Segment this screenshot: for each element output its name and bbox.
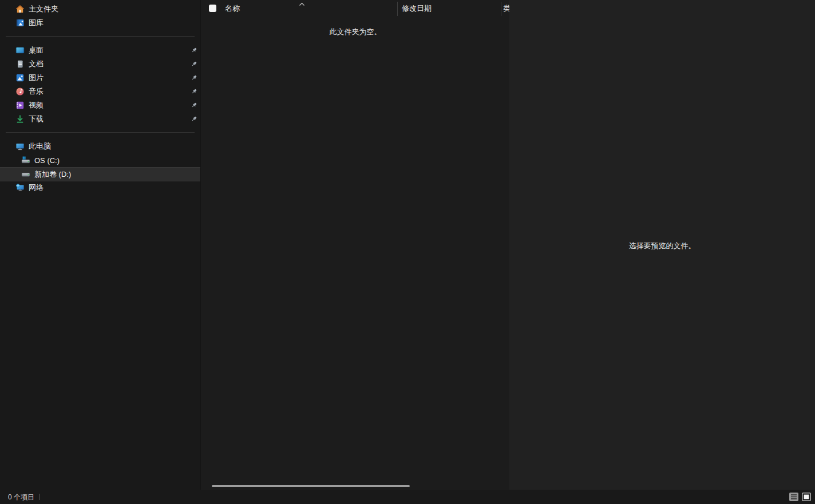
pin-icon xyxy=(191,74,197,81)
gallery-icon xyxy=(15,18,25,27)
sidebar-item-home[interactable]: 主文件夹 xyxy=(0,2,200,16)
details-view-icon xyxy=(789,492,800,502)
column-headers: 名称 修改日期 类 xyxy=(201,0,509,16)
items-count: 0 个项目 xyxy=(8,493,34,502)
sidebar-item-label: 音乐 xyxy=(29,86,43,97)
music-icon xyxy=(15,87,25,96)
sidebar-divider xyxy=(6,36,195,37)
sort-ascending-icon xyxy=(299,0,305,3)
status-bar: 0 个项目 xyxy=(0,490,815,504)
view-toggle-group xyxy=(788,491,812,502)
sidebar-item-label: 主文件夹 xyxy=(29,4,58,14)
sidebar-item-music[interactable]: 音乐 xyxy=(0,85,200,98)
thumbnail-view-button[interactable] xyxy=(801,491,812,502)
pictures-icon xyxy=(15,73,25,82)
videos-icon xyxy=(15,101,25,110)
thumbnail-view-icon xyxy=(801,492,812,502)
desktop-icon xyxy=(15,46,25,55)
sidebar-item-label: 新加卷 (D:) xyxy=(34,169,71,180)
column-header-type[interactable]: 类 xyxy=(503,3,509,14)
select-all-checkbox[interactable] xyxy=(209,5,216,12)
pin-icon xyxy=(191,61,197,68)
preview-pane: 选择要预览的文件。 xyxy=(509,0,815,490)
os-drive-icon xyxy=(21,156,30,165)
drive-icon xyxy=(21,170,30,179)
column-separator[interactable] xyxy=(501,2,501,16)
sidebar-item-label: 视频 xyxy=(29,100,43,110)
sidebar-item-label: 此电脑 xyxy=(29,141,51,152)
status-bar-divider xyxy=(39,494,39,500)
sidebar-item-this-pc[interactable]: 此电脑 xyxy=(0,140,200,153)
details-view-button[interactable] xyxy=(788,491,800,502)
sidebar-item-desktop[interactable]: 桌面 xyxy=(0,43,200,57)
file-explorer-window: 主文件夹 图库 桌面 文档 xyxy=(0,0,815,504)
sidebar-item-new-volume-d[interactable]: 新加卷 (D:) xyxy=(0,167,200,181)
sidebar-item-downloads[interactable]: 下载 xyxy=(0,112,200,126)
pin-icon xyxy=(191,102,197,109)
sidebar-item-network[interactable]: 网络 xyxy=(0,181,200,195)
network-icon xyxy=(15,183,25,192)
sidebar-item-label: 图库 xyxy=(29,18,43,28)
this-pc-icon xyxy=(15,142,25,151)
documents-icon xyxy=(15,59,25,69)
sidebar: 主文件夹 图库 桌面 文档 xyxy=(0,0,201,490)
file-list-pane: 名称 修改日期 类 此文件夹为空。 xyxy=(201,0,509,490)
pin-icon xyxy=(191,88,197,95)
sidebar-item-label: 图片 xyxy=(29,73,43,83)
pin-icon xyxy=(191,116,197,122)
horizontal-scrollbar[interactable] xyxy=(212,485,410,487)
sidebar-item-documents[interactable]: 文档 xyxy=(0,57,200,71)
column-separator[interactable] xyxy=(397,2,398,16)
home-icon xyxy=(15,5,25,14)
column-header-name[interactable]: 名称 xyxy=(225,3,240,14)
sidebar-item-label: 下载 xyxy=(29,114,43,124)
sidebar-item-label: 文档 xyxy=(29,59,43,69)
sidebar-item-label: 网络 xyxy=(29,182,43,193)
sidebar-item-pictures[interactable]: 图片 xyxy=(0,71,200,85)
empty-folder-message: 此文件夹为空。 xyxy=(201,27,509,37)
column-header-date-modified[interactable]: 修改日期 xyxy=(402,3,432,14)
sidebar-item-gallery[interactable]: 图库 xyxy=(0,16,200,30)
sidebar-item-videos[interactable]: 视频 xyxy=(0,98,200,112)
sidebar-item-label: 桌面 xyxy=(29,45,43,55)
pin-icon xyxy=(191,47,197,54)
sidebar-item-os-c-drive[interactable]: OS (C:) xyxy=(0,153,200,167)
sidebar-item-label: OS (C:) xyxy=(34,156,60,165)
preview-placeholder-message: 选择要预览的文件。 xyxy=(509,241,815,251)
downloads-icon xyxy=(15,114,25,124)
sidebar-divider xyxy=(6,132,195,133)
